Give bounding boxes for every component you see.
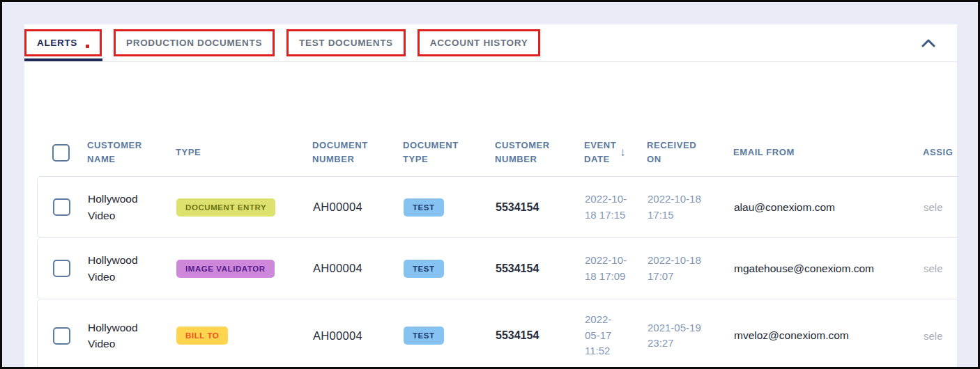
tab-test-documents[interactable]: TEST DOCUMENTS: [286, 29, 406, 56]
header-assigned[interactable]: ASSIG: [912, 146, 957, 159]
chevron-up-icon: [921, 39, 935, 47]
table-row[interactable]: Hollywood Video DOCUMENT ENTRY AH00004 T…: [37, 176, 957, 238]
type-badge: DOCUMENT ENTRY: [176, 198, 275, 217]
assigned-select[interactable]: sele: [912, 262, 957, 274]
assigned-select[interactable]: sele: [912, 201, 957, 213]
header-document-number[interactable]: DOCUMENT NUMBER: [312, 139, 403, 166]
document-type-badge: TEST: [404, 260, 444, 278]
table-row[interactable]: Hollywood Video BILL TO AH00004 TEST 553…: [37, 299, 957, 367]
row-checkbox[interactable]: [53, 198, 70, 216]
received-on-cell: 2022-10-18 17:15: [648, 191, 734, 223]
collapse-panel-button[interactable]: [921, 36, 936, 51]
row-checkbox[interactable]: [53, 260, 70, 277]
document-type-cell: TEST: [404, 198, 496, 217]
email-from-cell: mveloz@conexiom.com: [734, 329, 912, 342]
header-event-date-label: EVENT DATE: [584, 139, 616, 166]
document-type-badge: TEST: [404, 327, 444, 345]
tab-alerts[interactable]: ALERTS: [24, 29, 102, 56]
email-from-cell: mgatehouse@conexiom.com: [734, 262, 912, 275]
event-date-cell: 2022-10- 18 17:15: [585, 191, 648, 223]
sort-descending-icon[interactable]: ↓: [620, 143, 626, 162]
tab-bar: ALERTS PRODUCTION DOCUMENTS TEST DOCUMEN…: [24, 24, 957, 62]
header-customer-name[interactable]: CUSTOMER NAME: [87, 139, 176, 166]
active-tab-underline: [24, 58, 102, 61]
type-badge: BILL TO: [176, 327, 228, 345]
customer-name-cell: Hollywood Video: [88, 320, 176, 352]
tab-account-history-label: ACCOUNT HISTORY: [430, 38, 528, 48]
type-cell: DOCUMENT ENTRY: [176, 198, 313, 217]
alerts-notification-dot: [86, 45, 89, 48]
event-date-cell: 2022-10- 18 17:09: [585, 253, 648, 284]
row-checkbox[interactable]: [53, 327, 70, 345]
customer-number-cell: 5534154: [496, 329, 585, 342]
content-panel: ALERTS PRODUCTION DOCUMENTS TEST DOCUMEN…: [24, 24, 957, 367]
customer-number-cell: 5534154: [496, 262, 585, 275]
type-cell: IMAGE VALIDATOR: [176, 260, 313, 278]
type-badge: IMAGE VALIDATOR: [176, 260, 275, 278]
type-cell: BILL TO: [176, 327, 313, 345]
row-select-cell: [38, 260, 88, 277]
header-event-date[interactable]: EVENT DATE ↓: [584, 139, 647, 166]
screenshot-frame: ALERTS PRODUCTION DOCUMENTS TEST DOCUMEN…: [0, 0, 980, 369]
customer-name-cell: Hollywood Video: [88, 191, 176, 223]
document-type-cell: TEST: [404, 260, 496, 278]
header-select-cell: [37, 144, 87, 162]
document-type-badge: TEST: [404, 198, 444, 217]
header-email-from[interactable]: EMAIL FROM: [733, 146, 912, 159]
tab-production-documents-label: PRODUCTION DOCUMENTS: [126, 38, 262, 48]
table-row[interactable]: Hollywood Video IMAGE VALIDATOR AH00004 …: [37, 237, 957, 299]
tab-account-history[interactable]: ACCOUNT HISTORY: [418, 29, 541, 56]
row-select-cell: [38, 198, 88, 216]
received-on-cell: 2021-05-19 23:27: [648, 320, 734, 352]
select-all-checkbox[interactable]: [52, 144, 70, 162]
document-number-cell: AH00004: [313, 262, 404, 275]
header-document-type[interactable]: DOCUMENT TYPE: [403, 139, 495, 166]
document-type-cell: TEST: [404, 327, 496, 345]
alerts-table: CUSTOMER NAME TYPE DOCUMENT NUMBER DOCUM…: [37, 128, 957, 367]
document-number-cell: AH00004: [313, 201, 404, 214]
header-received-on[interactable]: RECEIVED ON: [647, 139, 733, 166]
event-date-cell: 2022- 05-17 11:52: [585, 312, 648, 359]
customer-name-cell: Hollywood Video: [88, 252, 176, 285]
row-select-cell: [38, 327, 88, 345]
email-from-cell: alau@conexiom.com: [734, 201, 912, 214]
header-type[interactable]: TYPE: [176, 146, 312, 159]
received-on-cell: 2022-10-18 17:07: [648, 253, 734, 284]
header-customer-number[interactable]: CUSTOMER NUMBER: [495, 139, 584, 166]
tab-production-documents[interactable]: PRODUCTION DOCUMENTS: [114, 29, 275, 56]
assigned-select[interactable]: sele: [912, 330, 957, 342]
table-header-row: CUSTOMER NAME TYPE DOCUMENT NUMBER DOCUM…: [37, 128, 957, 177]
tab-test-documents-label: TEST DOCUMENTS: [299, 38, 393, 48]
customer-number-cell: 5534154: [496, 201, 585, 214]
tab-alerts-label: ALERTS: [37, 38, 77, 48]
document-number-cell: AH00004: [313, 329, 404, 343]
